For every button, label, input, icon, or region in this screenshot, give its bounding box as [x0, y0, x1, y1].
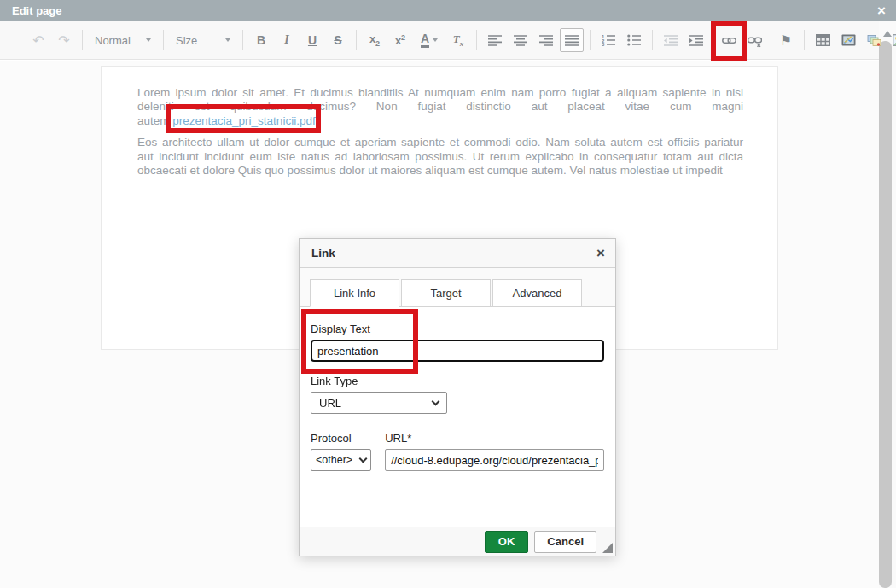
- tab-link-info[interactable]: Link Info: [310, 279, 399, 307]
- redo-icon: ↷: [58, 32, 69, 49]
- increase-indent-button[interactable]: [684, 28, 708, 52]
- toolbar-separator: [476, 30, 477, 50]
- bulleted-list-button[interactable]: [622, 28, 646, 52]
- strikethrough-icon: S: [334, 33, 341, 47]
- protocol-value: <other>: [316, 454, 352, 466]
- align-justify-button[interactable]: [560, 28, 584, 52]
- numbered-list-button[interactable]: 123: [596, 28, 620, 52]
- protocol-select[interactable]: <other>: [311, 449, 371, 471]
- image-icon: [893, 34, 896, 46]
- link-dialog-title: Link: [311, 247, 335, 259]
- toolbar-separator: [804, 30, 805, 50]
- align-right-button[interactable]: [534, 28, 558, 52]
- text-line: Lorem ipsum dolor sit amet. Et ducimus b…: [137, 86, 743, 100]
- text-line: Eos architecto ullam ut dolor cumque et …: [137, 136, 743, 149]
- toolbar-separator: [652, 30, 653, 50]
- font-size-dropdown[interactable]: Size: [169, 28, 237, 52]
- bulleted-list-icon: [627, 34, 642, 46]
- link-dialog-tabs: Link Info Target Advanced: [300, 268, 615, 307]
- align-justify-icon: [565, 35, 579, 46]
- text-segment: autem: [137, 114, 170, 127]
- align-center-icon: [514, 35, 528, 46]
- protocol-field-group: Protocol <other>: [311, 432, 371, 471]
- pdf-link-label: prezentacia_pri_statnicii.pdf: [172, 114, 315, 127]
- anchor-button[interactable]: ⚑: [774, 28, 798, 52]
- url-input[interactable]: [385, 449, 604, 471]
- unlink-icon: [748, 33, 762, 48]
- redo-button[interactable]: ↷: [52, 28, 76, 52]
- text-line: aut incidunt incidunt eum iste natus ad …: [137, 150, 743, 164]
- italic-button[interactable]: I: [275, 28, 299, 52]
- increase-indent-icon: [689, 35, 704, 46]
- italic-icon: I: [284, 33, 288, 47]
- align-center-button[interactable]: [509, 28, 532, 52]
- insert-file-button[interactable]: [862, 28, 886, 52]
- link-type-select[interactable]: URL: [311, 392, 447, 414]
- link-dialog: Link × Link Info Target Advanced Display…: [299, 238, 616, 556]
- vertical-scrollbar: [879, 21, 896, 588]
- chevron-down-icon: [359, 454, 368, 463]
- table-icon: [816, 34, 830, 46]
- bold-icon: B: [257, 33, 265, 47]
- superscript-button[interactable]: x2: [388, 28, 412, 52]
- link-dialog-close-icon[interactable]: ×: [596, 246, 605, 260]
- window-close-icon[interactable]: ×: [877, 3, 886, 18]
- link-dialog-body: Display Text Link Type URL Protocol <oth…: [300, 307, 615, 527]
- font-size-value: Size: [176, 34, 197, 47]
- protocol-url-row: Protocol <other> URL*: [311, 432, 604, 471]
- numbered-list-icon: 123: [602, 34, 616, 46]
- bold-button[interactable]: B: [249, 28, 273, 52]
- toolbar-separator: [356, 30, 357, 50]
- text-line: obcaecati et dolore Quis quo possimus do…: [137, 164, 743, 178]
- decrease-indent-button[interactable]: [659, 28, 683, 52]
- link-dialog-footer: OK Cancel: [300, 527, 615, 556]
- toolbar-separator: [82, 30, 83, 50]
- remove-format-button[interactable]: Tx: [446, 28, 470, 52]
- iframe-media-icon: [841, 34, 856, 46]
- ok-button[interactable]: OK: [485, 531, 529, 553]
- link-type-label: Link Type: [311, 375, 604, 387]
- subscript-button[interactable]: x2: [363, 28, 387, 52]
- undo-icon: ↶: [32, 32, 44, 49]
- insert-link-button[interactable]: [717, 28, 741, 52]
- insert-table-button[interactable]: [811, 28, 835, 52]
- align-left-icon: [488, 35, 503, 46]
- unlink-button[interactable]: [742, 28, 766, 52]
- toolbar-separator: [163, 30, 164, 50]
- chevron-down-icon: [225, 38, 230, 42]
- window-titlebar: Edit page ×: [0, 0, 896, 21]
- display-text-label: Display Text: [311, 323, 604, 335]
- link-dialog-titlebar[interactable]: Link ×: [300, 239, 615, 268]
- superscript-icon: x2: [395, 33, 405, 47]
- anchor-flag-icon: ⚑: [780, 32, 792, 49]
- subscript-icon: x2: [369, 32, 380, 48]
- insert-iframe-button[interactable]: [836, 28, 860, 52]
- text-line: autem prezentacia_pri_statnicii.pdf: [137, 114, 743, 128]
- link-type-value: URL: [319, 397, 341, 410]
- tab-target[interactable]: Target: [401, 279, 491, 307]
- pdf-link[interactable]: prezentacia_pri_statnicii.pdf: [172, 114, 315, 128]
- display-text-input[interactable]: [311, 340, 604, 362]
- dialog-resize-handle[interactable]: [602, 543, 613, 553]
- remove-format-icon: Tx: [453, 32, 463, 48]
- page-title: Edit page: [12, 4, 62, 17]
- paragraph-2: Eos architecto ullam ut dolor cumque et …: [137, 136, 743, 178]
- align-left-button[interactable]: [483, 28, 507, 52]
- paragraph-1: Lorem ipsum dolor sit amet. Et ducimus b…: [137, 86, 743, 128]
- strikethrough-button[interactable]: S: [326, 28, 350, 52]
- link-type-field-group: Link Type URL: [311, 375, 604, 414]
- link-icon: [722, 33, 736, 48]
- toolbar-separator: [242, 30, 243, 50]
- undo-button[interactable]: ↶: [26, 28, 50, 52]
- tab-advanced[interactable]: Advanced: [492, 279, 582, 307]
- paragraph-format-dropdown[interactable]: Normal: [88, 28, 158, 52]
- insert-image-button[interactable]: [887, 28, 896, 52]
- cancel-button[interactable]: Cancel: [534, 531, 596, 553]
- chevron-down-icon: [433, 38, 438, 42]
- file-gallery-icon: [867, 34, 881, 47]
- text-color-icon: A: [421, 32, 429, 48]
- scrollbar-thumb[interactable]: [879, 41, 892, 588]
- text-color-button[interactable]: A: [414, 28, 445, 52]
- align-right-icon: [539, 35, 554, 46]
- underline-button[interactable]: U: [300, 28, 324, 52]
